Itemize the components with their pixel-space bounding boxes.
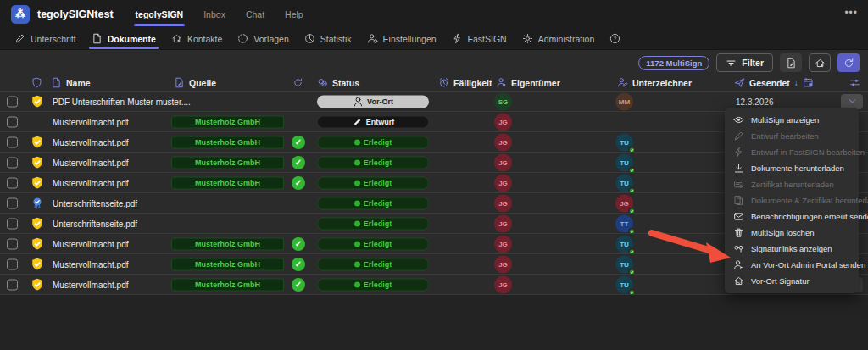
- menu-item[interactable]: Vor-Ort Signatur: [725, 273, 859, 289]
- status-dot-icon: [354, 200, 360, 206]
- sliders-icon: [849, 77, 860, 88]
- status-dot-icon: [354, 281, 360, 287]
- row-checkbox[interactable]: [7, 279, 18, 290]
- menu-item[interactable]: MultiSign löschen: [725, 225, 859, 241]
- more-options-icon[interactable]: •••: [844, 7, 858, 19]
- top-tab-chat[interactable]: Chat: [246, 0, 264, 28]
- status-badge: Erledigt: [317, 156, 429, 169]
- nav-tab-unterschrift[interactable]: Unterschrift: [7, 28, 84, 49]
- eye-icon: [733, 114, 744, 125]
- row-checkbox[interactable]: [7, 116, 18, 127]
- row-checkbox[interactable]: [7, 238, 18, 249]
- nav-tab-administration[interactable]: Administration: [515, 28, 603, 49]
- owner-avatar: SG: [494, 92, 512, 110]
- owner-avatar: JG: [494, 133, 512, 151]
- status-badge: Erledigt: [317, 197, 429, 209]
- sent-date: 12.3.2026: [736, 97, 774, 106]
- top-tab-help[interactable]: Help: [285, 0, 303, 28]
- document-name[interactable]: Mustervollmacht.pdf: [53, 178, 128, 187]
- person-send-icon: [733, 259, 744, 270]
- quelle-badge: Musterholz GmbH: [171, 156, 284, 169]
- quelle-badge: Musterholz GmbH: [171, 237, 284, 250]
- column-unterzeichner[interactable]: Unterzeichner: [617, 75, 692, 91]
- filter-button[interactable]: Filter: [716, 53, 773, 72]
- owner-avatar: JG: [494, 194, 512, 212]
- row-actions-chevron-button[interactable]: [841, 94, 863, 109]
- toolbar-doc-sign-button[interactable]: [780, 53, 802, 72]
- doc-sign-icon: [786, 58, 797, 69]
- shield-icon: [31, 217, 44, 231]
- document-name[interactable]: Mustervollmacht.pdf: [53, 280, 128, 289]
- signed-check-icon: ✓: [292, 156, 305, 169]
- signer-avatar: TU✓: [615, 275, 633, 293]
- send-icon: [734, 77, 745, 88]
- document-name[interactable]: Mustervollmacht.pdf: [53, 239, 128, 248]
- pen-icon: [14, 33, 25, 44]
- menu-item[interactable]: Benachrichtigungen erneut senden: [725, 208, 859, 225]
- dashed-circle-icon: [237, 33, 248, 44]
- nav-tab-dokumente[interactable]: Dokumente: [84, 28, 164, 49]
- quelle-badge: Musterholz GmbH: [171, 136, 284, 148]
- menu-item[interactable]: Signaturlinks anzeigen: [725, 241, 859, 257]
- nav-help-button[interactable]: ?: [602, 28, 628, 49]
- nav-tab-kontakte[interactable]: Kontakte: [164, 28, 230, 49]
- nav-tab-statistik[interactable]: Statistik: [297, 28, 359, 49]
- certificate-icon: [733, 179, 744, 190]
- document-name[interactable]: Mustervollmacht.pdf: [53, 259, 128, 269]
- column-quelle[interactable]: Quelle: [174, 75, 216, 91]
- row-checkbox[interactable]: [7, 258, 18, 269]
- nav-tab-einstellungen[interactable]: Einstellungen: [359, 28, 444, 49]
- document-name[interactable]: Unterschriftenseite.pdf: [53, 198, 137, 208]
- nav-tab-fastsign[interactable]: FastSIGN: [444, 28, 515, 49]
- signed-check-icon: ✓: [292, 136, 305, 149]
- document-name[interactable]: Mustervollmacht.pdf: [53, 158, 128, 167]
- column-faelligkeit[interactable]: Fälligkeit: [438, 75, 492, 91]
- menu-item[interactable]: An Vor-Ort Admin Portal senden: [725, 257, 859, 273]
- row-checkbox[interactable]: [7, 218, 18, 229]
- row-checkbox[interactable]: [7, 197, 18, 208]
- signer-avatar: JG✓: [615, 194, 633, 212]
- shield-icon: [31, 176, 44, 190]
- menu-item: Entwurf bearbeiten: [725, 128, 859, 144]
- column-settings-icon[interactable]: [849, 75, 860, 91]
- trash-icon: [733, 227, 744, 238]
- document-name[interactable]: PDF Unterschriften-Muster muster....: [53, 97, 191, 106]
- column-name[interactable]: Name: [51, 75, 91, 91]
- sort-descending-icon: ↓: [794, 78, 798, 87]
- toolbar-refresh-button[interactable]: [837, 53, 860, 72]
- table-footer-area: [0, 294, 868, 350]
- row-checkbox[interactable]: [7, 96, 18, 107]
- column-gesendet[interactable]: Gesendet ↓: [734, 75, 814, 91]
- row-checkbox[interactable]: [7, 157, 18, 168]
- column-eigentuemer[interactable]: Eigentümer: [496, 75, 560, 91]
- top-tab-inbox[interactable]: Inbox: [203, 0, 225, 28]
- calendar-clock-icon: [803, 77, 814, 88]
- nav-tab-bar: Unterschrift Dokumente Kontakte Vorlagen…: [0, 28, 868, 50]
- column-badge-icon[interactable]: [31, 75, 42, 91]
- table-header: Name Quelle Status Fälligkeit Eigentümer…: [0, 75, 868, 91]
- column-status[interactable]: Status: [317, 75, 359, 91]
- document-name[interactable]: Unterschriftenseite.pdf: [53, 219, 137, 228]
- person-pen-icon: [617, 77, 628, 88]
- status-badge: Erledigt: [317, 237, 429, 250]
- toolbar-home-person-button[interactable]: [809, 53, 831, 72]
- document-name[interactable]: Mustervollmacht.pdf: [53, 117, 128, 126]
- row-checkbox[interactable]: [7, 177, 18, 188]
- multisign-count-badge[interactable]: 1172 MultiSign: [638, 56, 709, 70]
- row-checkbox[interactable]: [7, 136, 18, 147]
- document-name[interactable]: Mustervollmacht.pdf: [53, 137, 128, 147]
- menu-item[interactable]: Dokumente herunterladen: [725, 160, 859, 176]
- status-badge: Entwurf: [317, 115, 429, 128]
- chart-icon: [304, 33, 315, 44]
- owner-avatar: JG: [494, 113, 512, 131]
- quelle-badge: Musterholz GmbH: [171, 115, 284, 128]
- sign-link-icon: [733, 243, 744, 254]
- nav-tab-vorlagen[interactable]: Vorlagen: [230, 28, 296, 49]
- person-small-icon: [353, 96, 364, 107]
- column-sync-icon[interactable]: [292, 75, 303, 91]
- menu-item[interactable]: MultiSign anzeigen: [725, 112, 859, 128]
- status-badge: Erledigt: [317, 136, 429, 148]
- shield-icon: [31, 156, 44, 169]
- app-logo-icon: ⁂: [11, 5, 30, 24]
- top-tab-tegolysign[interactable]: tegolySIGN: [136, 0, 184, 28]
